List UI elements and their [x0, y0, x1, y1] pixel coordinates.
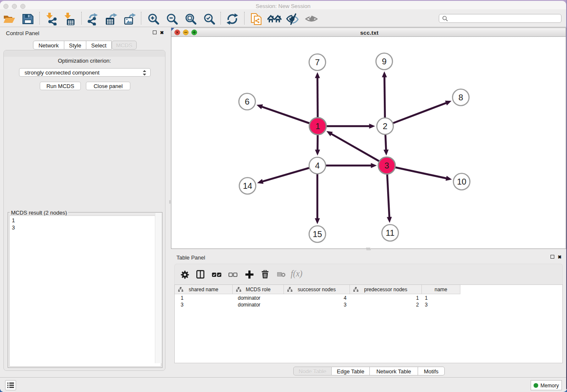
- svg-text:15: 15: [313, 229, 322, 239]
- svg-text:10: 10: [457, 177, 466, 186]
- svg-text:1: 1: [315, 121, 320, 131]
- svg-text:4: 4: [315, 161, 319, 170]
- svg-text:8: 8: [458, 93, 463, 102]
- svg-text:6: 6: [245, 97, 249, 106]
- svg-text:2: 2: [383, 121, 387, 131]
- svg-text:11: 11: [386, 228, 395, 237]
- svg-text:7: 7: [315, 58, 319, 67]
- svg-text:14: 14: [243, 181, 252, 190]
- svg-text:3: 3: [384, 161, 389, 170]
- svg-text:9: 9: [382, 57, 386, 66]
